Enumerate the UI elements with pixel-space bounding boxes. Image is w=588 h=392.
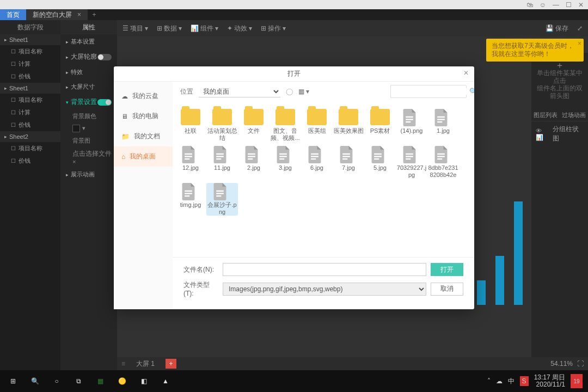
svg-rect-32: [437, 158, 442, 160]
filetype-select[interactable]: Images(jpg,png,gif,jpeg,bmp,svg,webp): [223, 283, 426, 296]
svg-rect-36: [216, 191, 224, 192]
svg-rect-5: [437, 121, 442, 122]
side-cloud[interactable]: ☁ 我的云盘: [114, 86, 173, 106]
file-item[interactable]: 3.jpg: [270, 146, 301, 179]
dialog-title: 打开 ✕: [114, 66, 474, 82]
file-label: timg.jpg: [175, 201, 206, 209]
file-label: 5.jpg: [364, 164, 396, 171]
svg-rect-14: [248, 158, 253, 160]
filename-label: 文件名(N):: [183, 265, 218, 274]
file-label: 6.jpg: [301, 164, 333, 171]
file-label: 11.jpg: [206, 164, 238, 171]
svg-rect-27: [406, 154, 413, 155]
filetype-label: 文件类型(T):: [183, 280, 218, 297]
side-desktop[interactable]: ⌂ 我的桌面: [114, 146, 173, 167]
svg-rect-31: [437, 156, 445, 157]
svg-rect-30: [437, 154, 445, 155]
folder-item[interactable]: 社联: [175, 109, 206, 142]
svg-rect-33: [185, 191, 192, 192]
file-label: 70329227.jpg: [396, 164, 427, 179]
svg-rect-13: [248, 156, 255, 157]
file-label: 2.jpg: [238, 164, 270, 171]
folder-item[interactable]: PS素材: [364, 109, 396, 142]
dialog-toolbar: 位置 我的桌面 ◯ ▦ ▾ 🔍: [173, 82, 474, 101]
file-item[interactable]: 8dbb7e2318208b42ea...: [427, 146, 459, 179]
file-item[interactable]: 11.jpg: [206, 146, 238, 179]
svg-rect-26: [374, 158, 379, 160]
side-docs[interactable]: 📁 我的文档: [114, 126, 173, 146]
svg-rect-10: [216, 156, 224, 157]
folder-item[interactable]: 医美效果图: [333, 109, 364, 142]
folder-item[interactable]: 活动策划总结: [206, 109, 238, 142]
file-item[interactable]: timg.jpg: [175, 183, 206, 216]
svg-rect-35: [185, 195, 189, 197]
file-label: 医美组: [301, 127, 333, 134]
svg-rect-6: [185, 154, 192, 155]
file-label: PS素材: [364, 127, 396, 134]
file-item[interactable]: 5.jpg: [364, 146, 396, 179]
svg-rect-24: [374, 154, 382, 155]
search-box[interactable]: 🔍: [390, 85, 467, 98]
view-mode-icon[interactable]: ▦ ▾: [298, 88, 309, 95]
svg-rect-19: [311, 156, 318, 157]
file-label: 12.jpg: [175, 164, 206, 171]
dialog-close-icon[interactable]: ✕: [463, 69, 469, 77]
svg-rect-25: [374, 156, 382, 157]
file-item[interactable]: 12.jpg: [175, 146, 206, 179]
folder-item[interactable]: 文件: [238, 109, 270, 142]
file-label: 社联: [175, 127, 206, 134]
folder-item[interactable]: 医美组: [301, 109, 333, 142]
modal-overlay: 打开 ✕ ☁ 我的云盘 🖥 我的电脑 📁 我的文档 ⌂ 我的桌面 位置 我的桌面…: [0, 0, 588, 392]
svg-rect-17: [279, 158, 284, 160]
svg-rect-3: [437, 117, 445, 118]
svg-rect-16: [279, 156, 287, 157]
file-grid: 社联活动策划总结文件图文、音频、视频...医美组医美效果图PS素材(14).pn…: [173, 101, 474, 257]
dialog-footer: 文件名(N): 打开 文件类型(T): Images(jpg,png,gif,j…: [173, 257, 474, 309]
file-item[interactable]: 会展沙子.png: [206, 183, 238, 216]
location-select[interactable]: 我的桌面: [199, 86, 280, 97]
filename-input[interactable]: [223, 263, 426, 276]
svg-rect-29: [406, 158, 411, 160]
file-item[interactable]: 6.jpg: [301, 146, 333, 179]
svg-rect-28: [406, 156, 413, 157]
svg-rect-2: [406, 121, 411, 122]
file-item[interactable]: 7.jpg: [333, 146, 364, 179]
svg-rect-12: [248, 154, 255, 155]
file-label: 3.jpg: [270, 164, 301, 171]
svg-rect-23: [342, 158, 347, 160]
svg-rect-11: [216, 158, 221, 160]
file-label: 活动策划总结: [206, 127, 238, 142]
side-pc[interactable]: 🖥 我的电脑: [114, 106, 173, 126]
file-label: 1.jpg: [427, 127, 459, 134]
svg-rect-4: [437, 119, 445, 120]
svg-rect-20: [311, 158, 316, 160]
svg-rect-38: [216, 195, 221, 197]
search-icon[interactable]: 🔍: [469, 88, 474, 95]
file-label: 文件: [238, 127, 270, 134]
svg-rect-34: [185, 193, 192, 194]
svg-rect-18: [311, 154, 318, 155]
svg-rect-22: [342, 156, 350, 157]
file-label: 医美效果图: [333, 127, 364, 134]
file-item[interactable]: 2.jpg: [238, 146, 270, 179]
svg-rect-21: [342, 154, 350, 155]
file-item[interactable]: (14).png: [396, 109, 427, 142]
file-label: 图文、音频、视频...: [270, 127, 301, 142]
svg-rect-15: [279, 154, 287, 155]
dialog-sidebar: ☁ 我的云盘 🖥 我的电脑 📁 我的文档 ⌂ 我的桌面: [114, 82, 173, 309]
svg-rect-37: [216, 193, 224, 194]
history-back-icon[interactable]: ◯: [286, 88, 293, 95]
svg-rect-9: [216, 154, 224, 155]
cancel-button[interactable]: 取消: [431, 283, 463, 296]
folder-item[interactable]: 图文、音频、视频...: [270, 109, 301, 142]
file-item[interactable]: 1.jpg: [427, 109, 459, 142]
file-item[interactable]: 70329227.jpg: [396, 146, 427, 179]
svg-rect-7: [185, 156, 192, 157]
file-label: 会展沙子.png: [206, 201, 238, 216]
svg-rect-0: [406, 117, 413, 118]
location-label: 位置: [180, 87, 193, 96]
open-button[interactable]: 打开: [431, 263, 463, 276]
file-label: 7.jpg: [333, 164, 364, 171]
search-input[interactable]: [394, 88, 469, 95]
svg-rect-1: [406, 119, 413, 120]
